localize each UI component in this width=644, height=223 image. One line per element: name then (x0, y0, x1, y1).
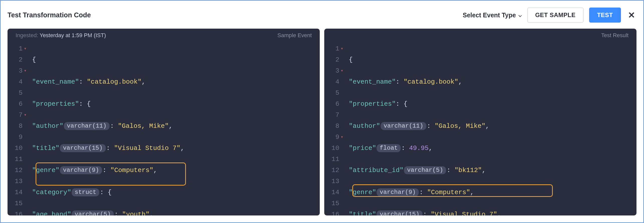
dialog-title: Test Transformation Code (8, 11, 91, 19)
header-actions: Select Event Type ⌵ GET SAMPLE TEST ✕ (463, 8, 636, 23)
close-icon[interactable]: ✕ (626, 10, 636, 20)
dialog-header: Test Transformation Code Select Event Ty… (8, 5, 636, 29)
test-result-code[interactable]: 1234567891011121314151617 { "event_name"… (324, 41, 636, 215)
test-result-panel: Test Result 1234567891011121314151617 { … (324, 29, 636, 215)
line-gutter-left: 1234567891011121314151617 (8, 43, 26, 210)
select-event-type-dropdown[interactable]: Select Event Type ⌵ (463, 12, 522, 19)
select-event-type-label: Select Event Type (463, 12, 516, 19)
sample-event-label: Sample Event (277, 32, 312, 39)
test-button[interactable]: TEST (589, 8, 621, 23)
chevron-down-icon: ⌵ (518, 12, 522, 18)
code-body-right: { "event_name": "catalog.book", "propert… (342, 43, 636, 210)
test-result-header: Test Result (324, 29, 636, 41)
transformation-test-dialog: Test Transformation Code Select Event Ty… (0, 0, 644, 223)
code-panels: Ingested: Yesterday at 1:59 PM (IST) Sam… (8, 29, 636, 215)
get-sample-button[interactable]: GET SAMPLE (527, 8, 584, 23)
ingested-info: Ingested: Yesterday at 1:59 PM (IST) (16, 32, 106, 39)
line-gutter-right: 1234567891011121314151617 (324, 43, 342, 210)
test-result-label: Test Result (601, 32, 628, 39)
ingested-label: Ingested: (16, 32, 38, 38)
sample-event-panel: Ingested: Yesterday at 1:59 PM (IST) Sam… (8, 29, 320, 215)
code-body-left: { "event_name": "catalog.book", "propert… (26, 43, 320, 210)
ingested-value: Yesterday at 1:59 PM (IST) (40, 32, 106, 38)
sample-event-code[interactable]: 1234567891011121314151617 { "event_name"… (8, 41, 320, 215)
sample-event-header: Ingested: Yesterday at 1:59 PM (IST) Sam… (8, 29, 320, 41)
